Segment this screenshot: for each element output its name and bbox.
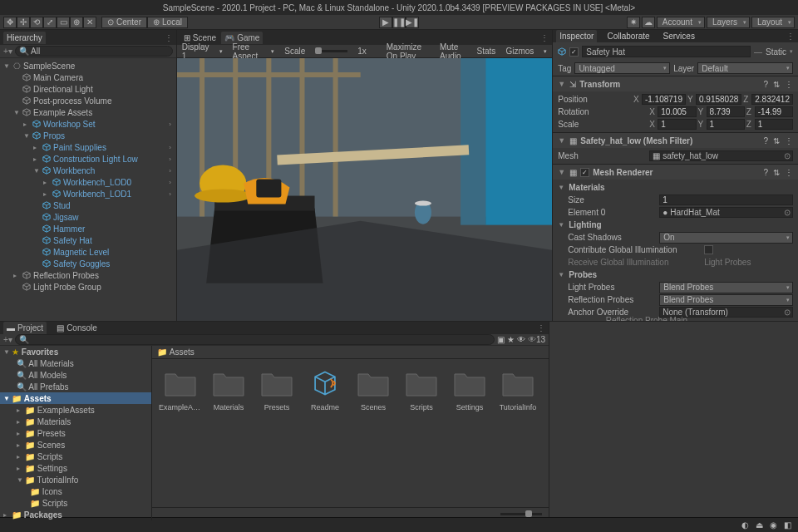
scl-x-input[interactable]: 1 <box>658 119 696 130</box>
tree-row[interactable]: ▸ Workbench_LOD0 › <box>0 176 176 188</box>
inspector-menu-icon[interactable]: ⋮ <box>786 32 795 41</box>
step-button[interactable]: ▶❚ <box>406 17 419 28</box>
play-button[interactable]: ▶ <box>379 17 392 28</box>
mat-el0-field[interactable]: ●HardHat_Mat⊙ <box>659 207 793 218</box>
asset-item[interactable]: Settings <box>448 366 491 411</box>
status-icon[interactable]: ◧ <box>784 520 791 530</box>
hierarchy-tab[interactable]: Hierarchy <box>3 32 46 44</box>
status-icon[interactable]: ◉ <box>770 520 777 530</box>
tree-row[interactable]: ▼⎔ SampleScene <box>0 60 176 71</box>
tree-row[interactable]: Stud <box>0 200 176 211</box>
stats-toggle[interactable]: Stats <box>477 47 496 56</box>
tree-row[interactable]: ▸ Workbench_LOD1 › <box>0 188 176 200</box>
asset-item[interactable]: Readme <box>303 366 347 411</box>
tree-row[interactable]: ▸📁 Scenes <box>0 439 151 451</box>
project-menu-icon[interactable]: ⋮ <box>537 323 545 332</box>
active-checkbox[interactable] <box>569 47 579 57</box>
rect-tool[interactable]: ▭ <box>57 17 70 28</box>
services-tab[interactable]: Services <box>660 30 698 42</box>
grid-zoom-slider[interactable] <box>500 513 542 515</box>
scale-tool[interactable]: ⤢ <box>43 17 57 28</box>
rotate-tool[interactable]: ⟲ <box>30 17 43 28</box>
console-tab[interactable]: ▤Console <box>53 322 101 334</box>
layer-dropdown[interactable]: Default <box>697 62 793 74</box>
light-probes-dropdown[interactable]: Blend Probes <box>659 282 793 293</box>
tree-row[interactable]: 📁 Icons <box>0 485 151 497</box>
scl-y-input[interactable]: 1 <box>707 119 745 130</box>
pos-z-input[interactable]: 2.832412 <box>751 94 793 105</box>
tree-row[interactable]: ▸📁 Scripts <box>0 451 151 462</box>
tree-row[interactable]: Hammer <box>0 223 176 234</box>
pause-button[interactable]: ❚❚ <box>392 17 406 28</box>
rot-x-input[interactable]: 10.005 <box>658 106 696 117</box>
tree-row[interactable]: Main Camera <box>0 71 176 83</box>
tag-dropdown[interactable]: Untagged <box>574 62 670 74</box>
tree-row[interactable]: ▸ Reflection Probes <box>0 269 176 281</box>
asset-item[interactable]: Scripts <box>400 366 443 411</box>
context-menu-icon[interactable]: ⋮ <box>785 80 793 89</box>
inspector-tab[interactable]: Inspector <box>556 30 597 42</box>
tree-row[interactable]: ▸📁 Presets <box>0 427 151 439</box>
tree-row[interactable]: ▼📁 TutorialInfo <box>0 474 151 485</box>
tree-row[interactable]: ▼ Workbench › <box>0 165 176 176</box>
hierarchy-search-input[interactable]: 🔍 All <box>15 46 173 57</box>
account-dropdown[interactable]: Account <box>657 17 705 28</box>
project-search-input[interactable]: 🔍 <box>15 334 495 345</box>
mesh-field[interactable]: ▦safety_hat_low⊙ <box>649 150 793 161</box>
asset-item[interactable]: ExampleAssets <box>159 366 202 411</box>
cast-shadows-dropdown[interactable]: On <box>659 232 793 244</box>
scale-slider[interactable] <box>315 50 347 52</box>
tree-row[interactable]: Directional Light <box>0 83 176 95</box>
collaborate-tab[interactable]: Collaborate <box>603 30 653 42</box>
rot-y-input[interactable]: 8.739 <box>707 106 745 117</box>
hand-tool[interactable]: ✥ <box>3 17 17 28</box>
tree-row[interactable]: Magnetic Level <box>0 246 176 258</box>
scl-z-input[interactable]: 1 <box>755 119 793 130</box>
tree-row[interactable]: Jigsaw <box>0 211 176 223</box>
tree-row[interactable]: ▸ Workshop Set › <box>0 118 176 130</box>
layout-dropdown[interactable]: Layout <box>751 17 795 28</box>
tree-row[interactable]: Post-process Volume <box>0 95 176 106</box>
tree-row[interactable]: ▼ Props <box>0 130 176 141</box>
tree-row[interactable]: ▸📁 Materials <box>0 416 151 427</box>
tree-row[interactable]: 🔍 All Models <box>0 369 151 381</box>
status-icon[interactable]: ⏏ <box>756 520 763 530</box>
transform-tool[interactable]: ⊕ <box>70 17 83 28</box>
static-dropdown[interactable]: ▾ <box>790 48 793 55</box>
move-tool[interactable]: ✢ <box>17 17 30 28</box>
tree-row[interactable]: ▸📁 Packages <box>0 509 151 520</box>
create-icon[interactable]: +▾ <box>3 47 12 56</box>
custom-tool[interactable]: ✕ <box>83 17 96 28</box>
pos-y-input[interactable]: 0.9158028 <box>696 94 741 105</box>
tree-row[interactable]: ▸ Paint Supplies › <box>0 141 176 153</box>
game-viewport[interactable] <box>177 58 552 321</box>
preset-icon[interactable]: ⇅ <box>773 80 780 89</box>
tree-row[interactable]: ▸📁 Settings <box>0 462 151 474</box>
tree-row[interactable]: ▸ Construction Light Low › <box>0 153 176 165</box>
tree-row[interactable]: Safety Goggles <box>0 258 176 269</box>
hidden-icon[interactable]: 👁 <box>517 335 525 344</box>
refl-probes-dropdown[interactable]: Blend Probes <box>659 294 793 306</box>
asset-item[interactable]: Presets <box>255 366 298 411</box>
tree-row[interactable]: Light Probe Group <box>0 281 176 293</box>
tree-row[interactable]: ▼📁 Assets <box>0 392 151 404</box>
layers-dropdown[interactable]: Layers <box>707 17 750 28</box>
pivot-local-toggle[interactable]: ⊕Local <box>147 17 188 28</box>
asset-item[interactable]: TutorialInfo <box>496 366 539 411</box>
tree-row[interactable]: 🔍 All Prefabs <box>0 381 151 392</box>
pivot-center-toggle[interactable]: ⊙Center <box>101 17 147 28</box>
object-name-field[interactable]: Safety Hat <box>582 46 751 57</box>
renderer-enabled-checkbox[interactable] <box>580 168 589 177</box>
favorite-icon[interactable]: ★ <box>507 335 515 344</box>
asset-item[interactable]: Materials <box>207 366 250 411</box>
tree-row[interactable]: 🔍 All Materials <box>0 357 151 369</box>
meshrenderer-header[interactable]: ▼▦ Mesh Renderer ?⇅⋮ <box>553 165 798 180</box>
snap-icon[interactable]: ✷ <box>627 17 640 28</box>
tree-row[interactable]: ▸📁 ExampleAssets <box>0 404 151 416</box>
filter-icon[interactable]: ▣ <box>497 335 505 344</box>
scene-menu-icon[interactable]: ⋮ <box>540 33 549 42</box>
asset-item[interactable]: Scenes <box>352 366 395 411</box>
status-icon[interactable]: ◐ <box>741 520 749 530</box>
cloud-icon[interactable]: ☁ <box>642 17 655 28</box>
tree-row[interactable]: 📁 Scripts <box>0 497 151 509</box>
